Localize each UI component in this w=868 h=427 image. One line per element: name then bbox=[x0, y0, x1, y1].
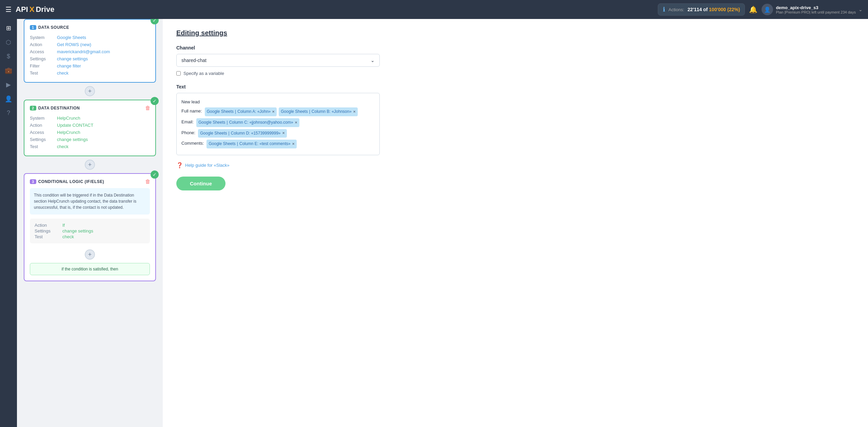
tag-col: Column B: «Johnson» bbox=[312, 108, 352, 116]
card-check-icon-2: ✓ bbox=[151, 97, 159, 105]
if-satisfied-label: if the condition is satisfied, then bbox=[30, 263, 150, 275]
delete-card-3-icon[interactable]: 🗑 bbox=[145, 179, 151, 185]
value-test[interactable]: check bbox=[57, 69, 150, 77]
label-access: Access bbox=[30, 48, 57, 55]
value-action[interactable]: Get ROWS (new) bbox=[57, 41, 150, 48]
delete-card-2-icon[interactable]: 🗑 bbox=[145, 105, 151, 111]
table-row: Action If bbox=[35, 223, 145, 228]
sidebar-icon-help[interactable]: ? bbox=[7, 109, 10, 117]
label-test: Test bbox=[30, 143, 57, 150]
add-step-button[interactable]: + bbox=[85, 86, 95, 96]
value-test[interactable]: check bbox=[62, 234, 145, 239]
add-step-button-2[interactable]: + bbox=[85, 160, 95, 170]
card-check-icon-3: ✓ bbox=[151, 170, 159, 179]
hamburger-button[interactable]: ☰ bbox=[5, 5, 12, 14]
sidebar-icon-user[interactable]: 👤 bbox=[5, 95, 12, 103]
sidebar-icon-dollar[interactable]: $ bbox=[7, 53, 10, 60]
phone-label: Phone: bbox=[181, 129, 195, 137]
table-row: System Google Sheets bbox=[30, 34, 150, 41]
card-data-source: ✓ 1 DATA SOURCE System Google Sheets Act… bbox=[24, 19, 156, 83]
table-row: Access maverickandrii@gmail.com bbox=[30, 48, 150, 55]
chevron-down-icon[interactable]: ⌄ bbox=[859, 7, 863, 12]
actions-pct: (22%) bbox=[727, 7, 740, 12]
label-action: Action bbox=[30, 122, 57, 129]
channel-label: Channel bbox=[176, 45, 854, 50]
label-action: Action bbox=[30, 41, 57, 48]
value-settings[interactable]: change settings bbox=[57, 136, 150, 143]
tag-remove-icon-5[interactable]: ✕ bbox=[292, 141, 295, 147]
card-details-2: System HelpCrunch Action Update CONTACT … bbox=[30, 115, 150, 150]
table-row: Settings change settings bbox=[30, 136, 150, 143]
tag-comments[interactable]: Google Sheets | Column E: «test comments… bbox=[206, 140, 296, 148]
text-label: Text bbox=[176, 84, 854, 89]
channel-value: shared-chat bbox=[181, 58, 206, 63]
specify-variable-checkbox[interactable] bbox=[176, 71, 181, 76]
value-access[interactable]: maverickandrii@gmail.com bbox=[57, 48, 150, 55]
tag-col: Column D: «15739999999» bbox=[231, 130, 281, 137]
channel-select[interactable]: shared-chat ⌄ bbox=[176, 54, 380, 67]
tag-email[interactable]: Google Sheets | Column C: «jjohnson@yaho… bbox=[196, 118, 299, 127]
sidebar-icon-home[interactable]: ⊞ bbox=[6, 24, 11, 32]
notification-bell[interactable]: 🔔 bbox=[749, 5, 757, 14]
tag-remove-icon-2[interactable]: ✕ bbox=[353, 109, 356, 115]
sidebar-icon-play[interactable]: ▶ bbox=[6, 81, 11, 88]
add-step-button-3[interactable]: + bbox=[85, 249, 95, 260]
value-system[interactable]: HelpCrunch bbox=[57, 115, 150, 122]
tag-fullname-1[interactable]: Google Sheets | Column A: «John» ✕ bbox=[205, 107, 277, 116]
label-filter: Filter bbox=[30, 62, 57, 69]
tag-remove-icon[interactable]: ✕ bbox=[272, 109, 275, 115]
table-row: Action Update CONTACT bbox=[30, 122, 150, 129]
value-action[interactable]: If bbox=[62, 223, 145, 228]
value-filter[interactable]: change filter bbox=[57, 62, 150, 69]
value-test[interactable]: check bbox=[57, 143, 150, 150]
text-editor[interactable]: New lead Full name: Google Sheets | Colu… bbox=[176, 93, 380, 155]
actions-total: 100'000 bbox=[709, 7, 726, 12]
value-access[interactable]: HelpCrunch bbox=[57, 129, 150, 136]
label-system: System bbox=[30, 115, 57, 122]
full-name-row: Full name: Google Sheets | Column A: «Jo… bbox=[181, 107, 375, 117]
tag-remove-icon-4[interactable]: ✕ bbox=[282, 130, 285, 136]
topnav: ☰ APIXDrive ℹ Actions: 22'114 of 100'000… bbox=[0, 0, 868, 19]
main-layout: ⊞ ⬡ $ 💼 ▶ 👤 ? ✓ 1 DATA SOURCE System Goo… bbox=[0, 19, 868, 427]
if-box-table: Action If Settings change settings Test … bbox=[34, 222, 146, 240]
tag-remove-icon-3[interactable]: ✕ bbox=[295, 120, 297, 126]
tag-system: Google Sheets bbox=[198, 119, 225, 126]
table-row: Settings change settings bbox=[35, 228, 145, 233]
user-info: demo_apix-drive_s3 Plan |Premium PRO| le… bbox=[776, 5, 856, 14]
card-num-2: 2 bbox=[30, 106, 36, 110]
email-row: Email: Google Sheets | Column C: «jjohns… bbox=[181, 118, 375, 127]
comments-row: Comments: Google Sheets | Column E: «tes… bbox=[181, 139, 375, 149]
sidebar-icon-briefcase[interactable]: 💼 bbox=[5, 67, 12, 74]
specify-variable-label: Specify as a variable bbox=[183, 71, 224, 76]
help-link-row: ❓ Help guide for «Slack» bbox=[176, 162, 854, 168]
help-link[interactable]: Help guide for «Slack» bbox=[185, 163, 230, 168]
table-row: Test check bbox=[30, 143, 150, 150]
new-lead-text: New lead bbox=[181, 98, 200, 106]
tag-fullname-2[interactable]: Google Sheets | Column B: «Johnson» ✕ bbox=[279, 107, 358, 116]
label-settings: Settings bbox=[30, 55, 57, 62]
table-row: Test check bbox=[30, 69, 150, 77]
logo-api: API bbox=[16, 5, 28, 14]
continue-button[interactable]: Continue bbox=[176, 177, 225, 190]
tag-system: Google Sheets bbox=[209, 140, 235, 148]
value-settings[interactable]: change settings bbox=[62, 228, 145, 233]
value-action[interactable]: Update CONTACT bbox=[57, 122, 150, 129]
card-conditional-logic: ✓ 🗑 3 CONDITIONAL LOGIC (IF/ELSE) This c… bbox=[24, 173, 156, 281]
tag-col: Column A: «John» bbox=[237, 108, 271, 116]
card-header-3: 3 CONDITIONAL LOGIC (IF/ELSE) bbox=[30, 179, 150, 184]
tag-phone[interactable]: Google Sheets | Column D: «15739999999» … bbox=[198, 129, 287, 138]
right-panel: Editing settings Channel shared-chat ⌄ S… bbox=[163, 19, 868, 427]
tag-col: Column C: «jjohnson@yahoo.com» bbox=[229, 119, 293, 126]
card-header: 1 DATA SOURCE bbox=[30, 25, 150, 30]
editing-title: Editing settings bbox=[176, 29, 854, 37]
actions-label: Actions: bbox=[669, 7, 684, 12]
card-title-2: DATA DESTINATION bbox=[38, 106, 80, 110]
logo: APIXDrive bbox=[16, 5, 54, 14]
value-system[interactable]: Google Sheets bbox=[57, 34, 150, 41]
value-settings[interactable]: change settings bbox=[57, 55, 150, 62]
connector-3: + bbox=[30, 246, 150, 263]
new-lead-row: New lead bbox=[181, 98, 375, 106]
sidebar-icon-diagram[interactable]: ⬡ bbox=[6, 39, 11, 46]
full-name-label: Full name: bbox=[181, 107, 202, 115]
phone-row: Phone: Google Sheets | Column D: «157399… bbox=[181, 129, 375, 138]
